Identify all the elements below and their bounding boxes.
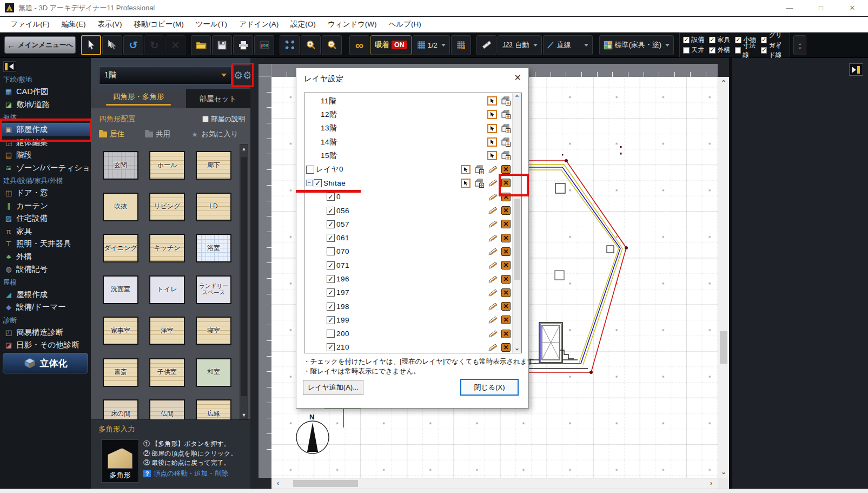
sidebar-item-設備記号[interactable]: ◍設備記号 <box>0 263 91 276</box>
polygon-button[interactable]: 多角形 <box>101 439 139 483</box>
menu-item-3[interactable]: 表示(V) <box>92 17 128 31</box>
layer-row-11階[interactable]: 11階 <box>304 94 513 108</box>
save-button[interactable] <box>212 35 232 55</box>
tab-rect-polygon[interactable]: 四角形・多角形 <box>91 89 186 108</box>
copy-to-layer-icon[interactable] <box>501 96 511 106</box>
layer-visible-checkbox[interactable] <box>327 247 335 255</box>
delete-layer-icon[interactable]: ✕ <box>501 288 511 297</box>
layer-visible-checkbox[interactable]: ✓ <box>327 207 335 215</box>
layer-visible-checkbox[interactable]: ✓ <box>327 220 335 228</box>
tab-room-set[interactable]: 部屋セット <box>186 89 250 108</box>
scroll-down-icon[interactable]: ⌄ <box>718 467 729 477</box>
palette-scrollbar[interactable]: ▲ ▼ <box>240 144 248 419</box>
rename-layer-icon[interactable] <box>488 233 498 242</box>
delete-layer-icon[interactable]: ✕ <box>501 343 511 352</box>
delete-layer-icon[interactable]: ✕ <box>501 302 511 311</box>
rename-layer-icon[interactable] <box>488 315 498 325</box>
toggle-設備[interactable]: ✓設備 <box>683 35 708 45</box>
layer-row-061[interactable]: ✓061✕ <box>304 231 513 245</box>
dimension-auto-dropdown[interactable]: 123 自動 <box>498 35 542 55</box>
delete-layer-icon[interactable]: ✕ <box>501 315 511 324</box>
layer-row-071[interactable]: ✓071✕ <box>304 259 513 272</box>
layer-visible-checkbox[interactable]: ✓ <box>327 343 335 351</box>
delete-layer-icon[interactable]: ✕ <box>501 165 511 174</box>
set-current-layer-icon[interactable] <box>487 110 497 119</box>
measure-tool-button[interactable] <box>476 35 496 55</box>
delete-layer-icon[interactable]: ✕ <box>501 275 511 284</box>
layer-visible-checkbox[interactable]: ✓ <box>327 275 335 283</box>
sidebar-item-簡易構造診断[interactable]: ◰簡易構造診断 <box>0 326 91 339</box>
toggle-ガイド線[interactable]: ✓ガイド線 <box>761 45 786 55</box>
toggle-寸法線[interactable]: 寸法線 <box>735 45 760 55</box>
scroll-up-icon[interactable]: ⌃ <box>718 78 729 88</box>
maximize-button[interactable]: □ <box>805 0 837 16</box>
room-button-子供室[interactable]: 子供室 <box>149 358 185 387</box>
copy-to-layer-icon[interactable] <box>501 124 511 133</box>
rename-layer-icon[interactable] <box>488 261 498 270</box>
main-menu-button[interactable]: ←メインメニューへ <box>4 36 76 54</box>
layer-row-15階[interactable]: 15階 <box>304 149 513 162</box>
sidebar-item-カーテン[interactable]: ∥カーテン <box>0 200 91 213</box>
layer-row-199[interactable]: ✓199✕ <box>304 313 513 327</box>
layer-visible-checkbox[interactable]: ✓ <box>314 179 322 187</box>
room-button-ランドリー[interactable]: ランドリースペース <box>196 275 231 304</box>
rename-layer-icon[interactable] <box>488 247 498 256</box>
copy-to-layer-icon[interactable] <box>474 165 484 174</box>
layer-visible-checkbox[interactable] <box>327 330 335 338</box>
pdf-export-button[interactable]: pbd <box>254 35 274 55</box>
layer-visible-checkbox[interactable]: ✓ <box>327 316 335 324</box>
room-button-浴室[interactable]: 浴室 <box>196 234 231 262</box>
floor-selector-dropdown[interactable]: 1階 <box>99 66 231 84</box>
sidebar-collapse-button[interactable] <box>3 61 16 72</box>
dialog-close-button[interactable]: 閉じる(X) <box>460 379 519 396</box>
sidebar-item-ドア・窓[interactable]: ◫ドア・窓 <box>0 187 91 200</box>
mesh-settings-button[interactable] <box>451 35 471 55</box>
delete-layer-icon[interactable]: ✕ <box>501 206 511 215</box>
menu-item-8[interactable]: ウィンドウ(W) <box>322 17 383 31</box>
panel-expand-button[interactable] <box>849 63 863 76</box>
set-current-layer-icon[interactable] <box>461 165 471 174</box>
multi-select-tool-button[interactable] <box>102 35 122 55</box>
room-button-廊下[interactable]: 廊下 <box>196 151 231 180</box>
layer-visible-checkbox[interactable]: ✓ <box>327 303 335 311</box>
canvas-horizontal-scrollbar[interactable]: ‹ › <box>271 478 718 489</box>
room-button-仏間[interactable]: 仏間 <box>149 399 185 419</box>
room-button-玄関[interactable]: 玄関 <box>103 151 138 180</box>
copy-to-layer-icon[interactable] <box>501 137 511 147</box>
sidebar-item-CAD作図[interactable]: ▦CAD作図 <box>0 86 91 98</box>
menu-item-2[interactable]: 編集(E) <box>56 17 92 31</box>
layer-settings-gear-button[interactable]: ⚙⚙ <box>234 65 250 86</box>
layer-row-Shitae[interactable]: −✓Shitae✕ <box>304 176 513 190</box>
set-current-layer-icon[interactable] <box>487 137 497 147</box>
sidebar-item-階段[interactable]: ▤階段 <box>0 149 91 162</box>
toolbar-overflow-button[interactable]: ⌄⌄ <box>793 35 806 55</box>
menu-item-5[interactable]: ツール(T) <box>190 17 233 31</box>
make-3d-button[interactable]: 立体化 <box>3 353 88 373</box>
layer-row-070[interactable]: 070✕ <box>304 245 513 258</box>
scroll-up-icon[interactable]: ⌃ <box>512 93 522 103</box>
grid-scale-dropdown[interactable]: 1/2 <box>413 35 450 55</box>
toggle-天井[interactable]: 天井 <box>683 45 708 55</box>
category-tab-共用[interactable]: 共用 <box>145 129 170 139</box>
layer-row-198[interactable]: ✓198✕ <box>304 299 513 313</box>
layer-visible-checkbox[interactable]: ✓ <box>327 234 335 242</box>
rename-layer-icon[interactable] <box>488 274 498 284</box>
room-button-ホール[interactable]: ホール <box>149 151 185 180</box>
delete-layer-icon[interactable]: ✕ <box>501 247 511 256</box>
sidebar-item-ゾーン/パーティション[interactable]: ≋ゾーン/パーティション <box>0 162 91 175</box>
layer-row-197[interactable]: ✓197✕ <box>304 286 513 299</box>
room-button-書斎[interactable]: 書斎 <box>103 358 138 387</box>
room-button-和室[interactable]: 和室 <box>196 358 231 387</box>
open-file-button[interactable] <box>191 35 211 55</box>
room-description-checkbox[interactable]: 部屋の説明 <box>202 115 245 124</box>
line-type-dropdown[interactable]: ／ 直線 <box>543 35 593 55</box>
layer-row-0[interactable]: ✓0✕ <box>304 190 513 203</box>
layer-visible-checkbox[interactable] <box>306 166 314 174</box>
set-current-layer-icon[interactable] <box>461 179 471 188</box>
scroll-thumb[interactable] <box>293 480 358 487</box>
copy-to-layer-icon[interactable] <box>501 151 511 160</box>
scroll-down-icon[interactable]: ▼ <box>240 411 248 418</box>
room-button-吹抜[interactable]: 吹抜 <box>103 193 138 221</box>
layer-visible-checkbox[interactable]: ✓ <box>327 288 335 297</box>
delete-layer-icon[interactable]: ✕ <box>501 261 511 269</box>
